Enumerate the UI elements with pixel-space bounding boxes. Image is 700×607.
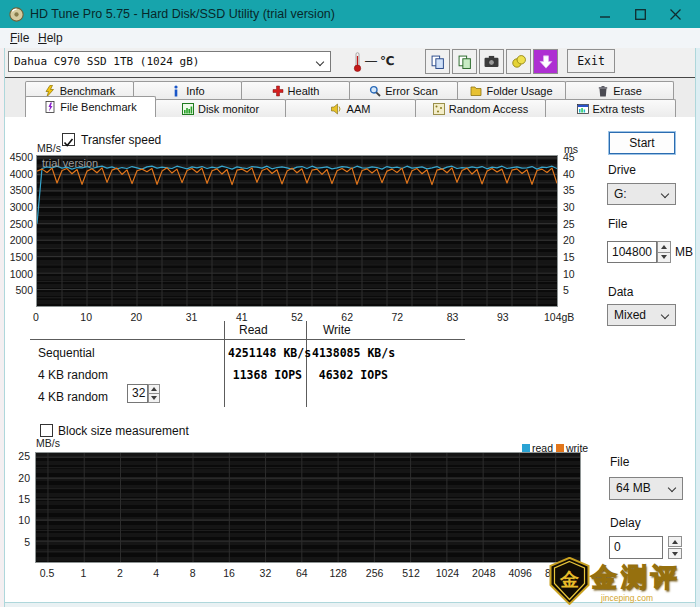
y2-axis-tick: 15 [563, 251, 583, 263]
app-icon [9, 7, 24, 22]
minimize-button[interactable] [588, 0, 622, 28]
down-arrow-icon [672, 552, 678, 556]
up-arrow-icon [661, 245, 667, 249]
x-axis-tick: 8 [175, 567, 211, 579]
watermark-logo-char: 金 [559, 568, 579, 590]
sequential-write-value: 4138085 KB/s [312, 346, 388, 360]
queue-depth-stepper[interactable] [148, 384, 160, 403]
y2-axis-tick: 10 [563, 268, 583, 280]
y2-axis-tick: 20 [563, 234, 583, 246]
result-row-label: 4 KB random [38, 390, 108, 404]
x-axis-tick: 1024 [429, 567, 465, 579]
y-axis-unit-top: MB/s [37, 142, 61, 154]
y2-axis-tick: 40 [563, 168, 583, 180]
close-button[interactable] [658, 0, 692, 28]
health-icon [272, 85, 284, 97]
stepper-up[interactable] [148, 384, 160, 394]
buy-button[interactable] [506, 49, 531, 74]
save-screenshot-button[interactable] [452, 49, 477, 74]
x-axis-tick: 64 [284, 567, 320, 579]
stepper-down[interactable] [668, 548, 682, 559]
window-title: HD Tune Pro 5.75 - Hard Disk/SSD Utility… [30, 7, 335, 21]
screenshot-button[interactable] [479, 49, 504, 74]
temperature-unit: ℃ [380, 54, 395, 68]
x-axis-tick: 20 [116, 311, 156, 323]
tab-label: Disk monitor [198, 103, 259, 115]
menu-help[interactable]: Help [34, 30, 67, 46]
y-axis-tick: 3500 [1, 184, 33, 196]
tab-aam[interactable]: AAM [285, 99, 416, 117]
stepper-up[interactable] [668, 536, 682, 547]
queue-depth-input[interactable]: 32 [127, 384, 148, 403]
tab-label: File Benchmark [60, 101, 136, 113]
down-arrow-icon [661, 255, 667, 259]
y-axis-tick: 1500 [1, 251, 33, 263]
camera-icon [484, 55, 499, 68]
chevron-down-icon [661, 311, 669, 319]
start-button[interactable]: Start [609, 132, 675, 154]
tab-folder-usage[interactable]: Folder Usage [457, 81, 566, 99]
x-axis-tick: 83 [433, 311, 473, 323]
update-download-button[interactable] [533, 49, 558, 74]
device-select-value: Dahua C970 SSD 1TB (1024 gB) [14, 55, 199, 68]
maximize-icon [635, 9, 646, 20]
tab-random-access[interactable]: Random Access [415, 99, 546, 117]
tab-label: Error Scan [385, 85, 438, 97]
drive-select[interactable]: G: [607, 183, 676, 205]
y2-axis-tick: 35 [563, 184, 583, 196]
tab-erase[interactable]: Erase [565, 81, 674, 99]
transfer-speed-checkbox[interactable] [62, 133, 75, 146]
tab-error-scan[interactable]: Error Scan [349, 81, 458, 99]
close-icon [670, 9, 681, 20]
file-size-input[interactable]: 104800 [607, 241, 657, 263]
y-axis-tick: 4000 [1, 168, 33, 180]
trial-version-watermark: trial version [42, 157, 98, 169]
dice-icon [433, 103, 445, 115]
tab-disk-monitor[interactable]: Disk monitor [155, 99, 286, 117]
app-window: HD Tune Pro 5.75 - Hard Disk/SSD Utility… [0, 0, 700, 607]
random-read-value: 11368 IOPS [228, 368, 302, 382]
toolbar: Dahua C970 SSD 1TB (1024 gB) — ℃ Exit [0, 48, 700, 77]
tab-label: Benchmark [60, 85, 116, 97]
delay-input[interactable]: 0 [609, 536, 663, 559]
y-axis-tick: 1000 [1, 268, 33, 280]
stepper-up[interactable] [657, 241, 671, 253]
benchmark-icon [44, 85, 56, 97]
speaker-icon [331, 103, 343, 115]
data-pattern-select[interactable]: Mixed [607, 304, 676, 326]
x-axis-tick: 41 [222, 311, 262, 323]
tab-health[interactable]: Health [241, 81, 350, 99]
y2-axis-tick: 45 [563, 151, 583, 163]
tab-file-benchmark[interactable]: File Benchmark [25, 96, 156, 117]
watermark-site: jinceping.com [601, 593, 653, 603]
tab-label: Folder Usage [486, 85, 552, 97]
data-pattern-label: Data [608, 285, 633, 299]
y-axis-tick: 2500 [1, 218, 33, 230]
legend-write-swatch [556, 444, 564, 452]
download-arrow-icon [539, 55, 553, 69]
x-axis-tick: 512 [393, 567, 429, 579]
x-axis-tick: 256 [357, 567, 393, 579]
block-size-checkbox[interactable] [40, 424, 53, 437]
tab-extra-tests[interactable]: Extra tests [545, 99, 676, 117]
save-pages-icon [458, 55, 472, 69]
x-axis-tick: 32 [247, 567, 283, 579]
up-arrow-icon [151, 387, 157, 391]
delay-stepper[interactable] [668, 536, 682, 559]
tab-label: Erase [613, 85, 642, 97]
extra-tests-icon [577, 103, 589, 115]
info-icon [170, 85, 182, 97]
table-divider [306, 321, 307, 407]
drive-select-value: G: [614, 187, 627, 201]
block-file-select[interactable]: 64 MB [609, 477, 683, 500]
exit-button[interactable]: Exit [567, 49, 615, 73]
drive-device-select[interactable]: Dahua C970 SSD 1TB (1024 gB) [8, 51, 331, 72]
copy-to-clipboard-button[interactable] [425, 49, 450, 74]
menu-file[interactable]: File [6, 30, 33, 46]
maximize-button[interactable] [623, 0, 657, 28]
file-size-stepper[interactable] [657, 241, 671, 263]
stepper-down[interactable] [148, 394, 160, 403]
menubar: File Help [0, 28, 700, 48]
x-axis-tick: 2 [102, 567, 138, 579]
stepper-down[interactable] [657, 253, 671, 264]
